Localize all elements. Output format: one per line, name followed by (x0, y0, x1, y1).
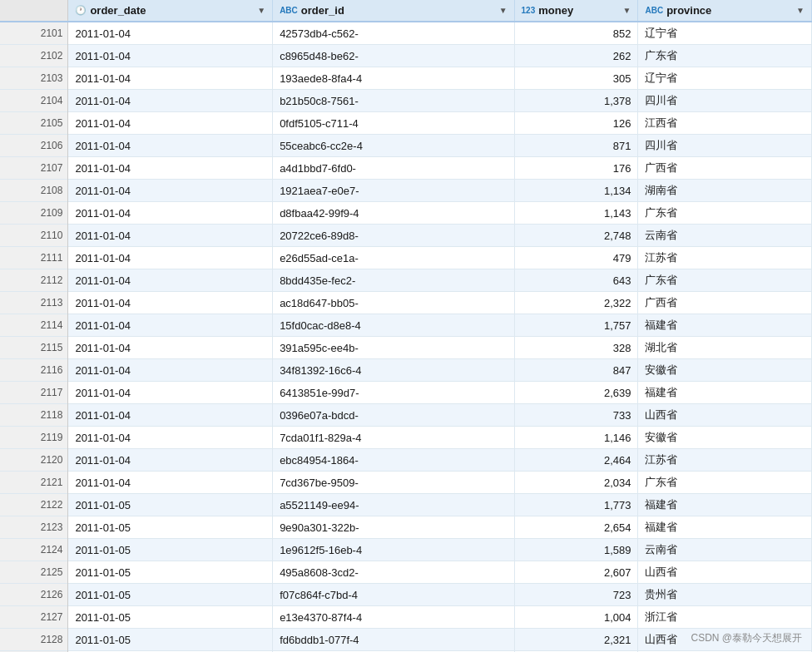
cell-order-id: 495a8608-3cd2- (273, 561, 514, 584)
cell-order-date: 2011-01-05 (68, 629, 273, 651)
row-number: 2123 (0, 516, 68, 539)
cell-money: 643 (514, 269, 638, 292)
table-row: 21212011-01-047cd367be-9509-2,034广东省 (0, 472, 812, 494)
cell-province: 广西省 (638, 157, 812, 180)
row-number: 2103 (0, 67, 68, 90)
row-number: 2110 (0, 225, 68, 247)
cell-province: 江西省 (638, 112, 812, 135)
cell-money: 1,378 (514, 90, 638, 112)
cell-money: 2,639 (514, 382, 638, 404)
cell-province: 辽宁省 (638, 22, 812, 45)
cell-order-id: 391a595c-ee4b- (273, 337, 514, 359)
cell-money: 1,143 (514, 202, 638, 225)
table-body: 21012011-01-0442573db4-c562-852辽宁省210220… (0, 22, 812, 652)
cell-order-id: e13e4370-87f4-4 (273, 606, 514, 629)
table-row: 21252011-01-05495a8608-3cd2-2,607山西省 (0, 561, 812, 584)
calendar-icon: 🕐 (75, 5, 87, 16)
cell-order-date: 2011-01-04 (68, 269, 273, 292)
cell-province: 山西省 (638, 404, 812, 427)
cell-province: 福建省 (638, 382, 812, 404)
cell-order-id: ebc84954-1864- (273, 449, 514, 472)
cell-order-id: f07c864f-c7bd-4 (273, 584, 514, 606)
cell-order-id: 8bdd435e-fec2- (273, 269, 514, 292)
col-header-order-id[interactable]: ABC order_id ▼ (273, 0, 514, 22)
table-row: 21222011-01-05a5521149-ee94-1,773福建省 (0, 494, 812, 516)
cell-money: 1,757 (514, 314, 638, 337)
cell-money: 305 (514, 67, 638, 90)
cell-province: 山西省 (638, 561, 812, 584)
cell-order-date: 2011-01-04 (68, 404, 273, 427)
cell-order-date: 2011-01-04 (68, 225, 273, 247)
cell-money: 1,004 (514, 606, 638, 629)
row-number: 2101 (0, 22, 68, 45)
cell-order-id: 7cd367be-9509- (273, 472, 514, 494)
cell-order-date: 2011-01-04 (68, 135, 273, 157)
cell-order-id: b21b50c8-7561- (273, 90, 514, 112)
data-table: 🕐 order_date ▼ ABC order_id ▼ 123 m (0, 0, 812, 652)
cell-money: 126 (514, 112, 638, 135)
cell-province: 湖南省 (638, 180, 812, 202)
row-number: 2111 (0, 247, 68, 269)
sort-icon-money: ▼ (623, 6, 631, 15)
col-header-order-date[interactable]: 🕐 order_date ▼ (68, 0, 273, 22)
row-number: 2119 (0, 427, 68, 449)
cell-order-id: d8fbaa42-99f9-4 (273, 202, 514, 225)
cell-money: 2,321 (514, 629, 638, 651)
cell-order-date: 2011-01-04 (68, 449, 273, 472)
row-number: 2112 (0, 269, 68, 292)
row-number: 2115 (0, 337, 68, 359)
cell-order-id: a5521149-ee94- (273, 494, 514, 516)
cell-money: 1,589 (514, 539, 638, 561)
cell-province: 湖北省 (638, 337, 812, 359)
table-row: 21132011-01-04ac18d647-bb05-2,322广西省 (0, 292, 812, 314)
cell-money: 2,464 (514, 449, 638, 472)
cell-province: 四川省 (638, 90, 812, 112)
table-row: 21272011-01-05e13e4370-87f4-41,004浙江省 (0, 606, 812, 629)
cell-order-id: 1921aea7-e0e7- (273, 180, 514, 202)
cell-order-date: 2011-01-04 (68, 45, 273, 67)
col-label-money: money (538, 4, 619, 17)
cell-province: 广东省 (638, 45, 812, 67)
cell-order-id: 34f81392-16c6-4 (273, 359, 514, 382)
table-row: 21022011-01-04c8965d48-be62-262广东省 (0, 45, 812, 67)
cell-order-date: 2011-01-04 (68, 247, 273, 269)
table-row: 21242011-01-051e9612f5-16eb-41,589云南省 (0, 539, 812, 561)
row-number: 2108 (0, 180, 68, 202)
row-number: 2107 (0, 157, 68, 180)
row-number: 2121 (0, 472, 68, 494)
cell-order-id: 6413851e-99d7- (273, 382, 514, 404)
table-row: 21042011-01-04b21b50c8-7561-1,378四川省 (0, 90, 812, 112)
col-header-money[interactable]: 123 money ▼ (514, 0, 638, 22)
cell-order-date: 2011-01-04 (68, 22, 273, 45)
cell-money: 479 (514, 247, 638, 269)
cell-order-id: c8965d48-be62- (273, 45, 514, 67)
cell-order-id: e26d55ad-ce1a- (273, 247, 514, 269)
row-number: 2116 (0, 359, 68, 382)
table-row: 21172011-01-046413851e-99d7-2,639福建省 (0, 382, 812, 404)
row-number: 2105 (0, 112, 68, 135)
cell-money: 328 (514, 337, 638, 359)
row-number: 2125 (0, 561, 68, 584)
table-row: 21262011-01-05f07c864f-c7bd-4723贵州省 (0, 584, 812, 606)
text-icon-province: ABC (645, 6, 663, 15)
table-row: 21092011-01-04d8fbaa42-99f9-41,143广东省 (0, 202, 812, 225)
sort-icon-order-id: ▼ (499, 6, 508, 15)
cell-order-date: 2011-01-05 (68, 584, 273, 606)
table-row: 21202011-01-04ebc84954-1864-2,464江苏省 (0, 449, 812, 472)
table-row: 21012011-01-0442573db4-c562-852辽宁省 (0, 22, 812, 45)
cell-money: 871 (514, 135, 638, 157)
cell-order-date: 2011-01-04 (68, 337, 273, 359)
col-header-province[interactable]: ABC province ▼ (638, 0, 812, 22)
table-row: 21052011-01-040fdf5105-c711-4126江西省 (0, 112, 812, 135)
cell-money: 1,146 (514, 427, 638, 449)
cell-order-date: 2011-01-04 (68, 202, 273, 225)
table-row: 21192011-01-047cda01f1-829a-41,146安徽省 (0, 427, 812, 449)
cell-province: 福建省 (638, 494, 812, 516)
cell-order-date: 2011-01-04 (68, 67, 273, 90)
table-header-row: 🕐 order_date ▼ ABC order_id ▼ 123 m (0, 0, 812, 22)
cell-order-date: 2011-01-04 (68, 180, 273, 202)
cell-province: 广东省 (638, 269, 812, 292)
row-number: 2124 (0, 539, 68, 561)
cell-province: 广西省 (638, 292, 812, 314)
cell-order-date: 2011-01-04 (68, 157, 273, 180)
